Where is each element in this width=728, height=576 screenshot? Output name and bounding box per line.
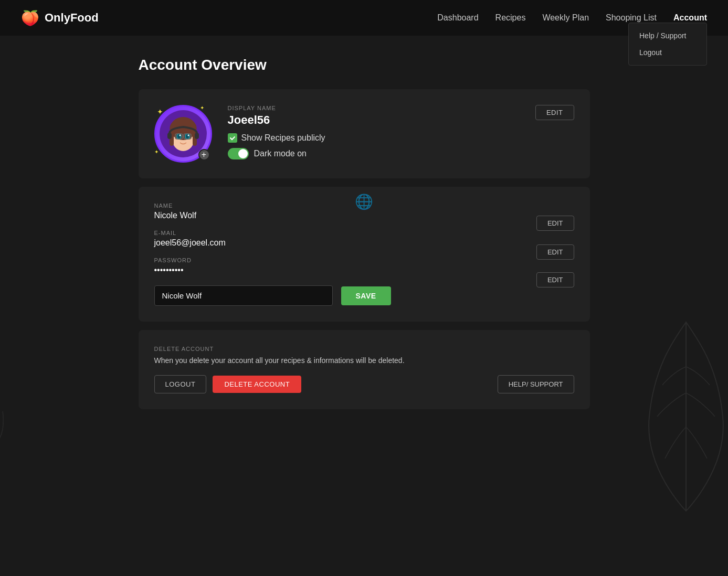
password-value: •••••••••• <box>154 265 574 275</box>
show-recipes-checkbox[interactable] <box>228 133 237 143</box>
name-value: Nicole Wolf <box>154 211 574 220</box>
navbar: 🍑 OnlyFood Dashboard Recipes Weekly Plan… <box>0 0 728 36</box>
brand[interactable]: 🍑 OnlyFood <box>21 9 99 27</box>
brand-icon: 🍑 <box>21 9 39 27</box>
email-label: E-MAIL <box>154 230 574 236</box>
svg-point-9 <box>179 135 181 136</box>
dark-mode-label: Dark mode on <box>254 149 307 158</box>
email-edit-button[interactable]: EDIT <box>536 244 574 260</box>
password-label: PASSWORD <box>154 257 574 263</box>
nav-dashboard[interactable]: Dashboard <box>437 13 478 23</box>
bg-leaf-decoration <box>634 312 728 524</box>
bg-shape-decoration <box>0 401 31 534</box>
avatar-container: ✦ ✦ ✦ <box>154 105 212 163</box>
show-recipes-row: Show Recipes publicly <box>228 133 574 143</box>
main-content: Account Overview ✦ ✦ ✦ <box>128 36 600 439</box>
logout-button[interactable]: LOGOUT <box>154 375 207 393</box>
show-recipes-label: Show Recipes publicly <box>241 133 325 143</box>
save-button[interactable]: SAVE <box>341 286 391 305</box>
profile-edit-button[interactable]: EDIT <box>535 105 574 120</box>
nav-links: Dashboard Recipes Weekly Plan Shooping L… <box>437 13 707 23</box>
svg-rect-14 <box>167 133 172 139</box>
delete-card: DELETE ACCOUNT When you delete your acco… <box>139 330 590 409</box>
dark-mode-toggle[interactable] <box>228 148 249 159</box>
account-dropdown[interactable]: Account Help / Support Logout <box>673 13 707 23</box>
name-edit-button[interactable]: EDIT <box>536 216 574 231</box>
brand-name: OnlyFood <box>45 11 99 25</box>
password-edit-button[interactable]: EDIT <box>536 272 574 287</box>
dropdown-logout[interactable]: Logout <box>629 44 706 61</box>
svg-rect-15 <box>195 133 199 139</box>
delete-account-button[interactable]: DELETE ACCOUNT <box>213 376 301 393</box>
email-field-group: E-MAIL joeel56@joeel.com <box>154 230 574 248</box>
page-title: Account Overview <box>139 57 590 73</box>
dark-mode-row: Dark mode on <box>228 148 574 159</box>
delete-account-description: When you delete your account all your re… <box>154 356 574 365</box>
account-dropdown-menu: Help / Support Logout <box>628 23 707 66</box>
svg-point-10 <box>187 135 189 136</box>
delete-account-label: DELETE ACCOUNT <box>154 346 574 352</box>
profile-card: ✦ ✦ ✦ <box>139 89 590 178</box>
sparkle-2: ✦ <box>200 105 204 111</box>
toggle-knob <box>238 149 248 158</box>
globe-icon: 🌐 <box>355 193 373 210</box>
name-input-row: SAVE <box>154 285 574 306</box>
avatar-plus-button[interactable]: + <box>198 149 210 161</box>
sparkle-1: ✦ <box>157 108 163 116</box>
dropdown-help[interactable]: Help / Support <box>629 27 706 44</box>
nav-weekly-plan[interactable]: Weekly Plan <box>542 13 589 23</box>
help-support-button[interactable]: HELP/ SUPPORT <box>498 375 574 393</box>
nav-shopping-list[interactable]: Shooping List <box>606 13 657 23</box>
name-input[interactable] <box>154 285 333 306</box>
nav-account[interactable]: Account <box>673 13 707 22</box>
email-value: joeel56@joeel.com <box>154 238 574 248</box>
profile-info: DISPLAY NAME Joeel56 Show Recipes public… <box>228 105 574 159</box>
display-name: Joeel56 <box>228 113 574 127</box>
password-field-group: PASSWORD •••••••••• <box>154 257 574 275</box>
display-name-label: DISPLAY NAME <box>228 105 574 111</box>
sparkle-3: ✦ <box>154 149 159 155</box>
info-card: 🌐 NAME Nicole Wolf EDIT E-MAIL joeel56@j… <box>139 187 590 322</box>
nav-recipes[interactable]: Recipes <box>495 13 526 23</box>
checkmark-icon <box>229 135 236 141</box>
delete-actions: LOGOUT DELETE ACCOUNT HELP/ SUPPORT <box>154 375 574 393</box>
